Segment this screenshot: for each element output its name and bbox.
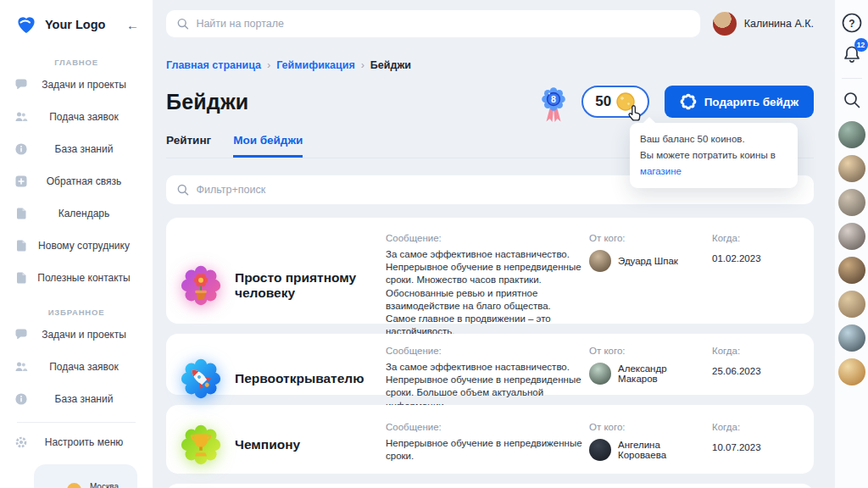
when-column: Когда: 25.06.2023 (712, 346, 800, 413)
sidebar-item-knowledge-fav[interactable]: База знаний (0, 383, 153, 415)
info-icon (14, 392, 28, 406)
sidebar-divider (17, 422, 136, 423)
message-column: Сообщение: Непрерывное обучение в непред… (386, 422, 582, 468)
logo-row: Your Logo ← (0, 0, 153, 44)
from-label: От кого: (589, 346, 705, 356)
section-title-main: ГЛАВНОЕ (0, 58, 153, 67)
sidebar-item-requests[interactable]: Подача заявок (0, 101, 153, 133)
chat-icon (14, 78, 28, 92)
message-column: Сообщение: За самое эффективное наставни… (386, 346, 582, 413)
coin-balance-pill[interactable]: 50 (581, 86, 649, 118)
page-header: Бейджи 8 50 Подарить бей (166, 83, 814, 120)
search-icon (176, 17, 189, 30)
logo-text: Your Logo (45, 18, 125, 31)
shop-link[interactable]: магазине (640, 166, 682, 176)
avatar (589, 363, 611, 385)
sidebar-item-label: Задачи и проекты (26, 79, 126, 91)
chat-icon (14, 328, 28, 341)
collapse-sidebar-icon[interactable]: ← (125, 18, 141, 32)
badge-message: За самое эффективное наставничество. Неп… (386, 248, 582, 338)
sun-cloud-icon (53, 483, 81, 488)
avatar[interactable] (838, 358, 865, 385)
tab-rating[interactable]: Рейтинг (166, 134, 211, 158)
badge-seal-icon (680, 93, 697, 110)
avatar (589, 439, 611, 461)
users-icon (14, 110, 28, 124)
document-icon (14, 239, 28, 252)
avatar[interactable] (838, 121, 865, 148)
tooltip-line2: Вы можете потратить коины в магазине (640, 147, 787, 180)
avatar (589, 250, 611, 272)
badge-card[interactable]: Просто приятному человеку Сообщение: За … (166, 218, 814, 324)
chevron-right-icon: › (267, 59, 270, 71)
section-title-favorites: ИЗБРАННОЕ (0, 308, 153, 317)
page-title: Бейджи (166, 90, 248, 114)
badge-card[interactable]: Первооткрывателю Сообщение: За самое эфф… (166, 334, 814, 395)
from-label: От кого: (589, 233, 705, 243)
document-icon (14, 271, 28, 285)
badge-name: Первооткрывателю (231, 371, 379, 386)
portal-search[interactable] (166, 10, 700, 37)
tab-my-badges[interactable]: Мои бейджи (233, 134, 303, 158)
sidebar-item-label: Подача заявок (34, 111, 119, 123)
heart-logo-icon (15, 14, 37, 36)
topbar: Калинина А.К. (166, 10, 814, 37)
user-menu[interactable]: Калинина А.К. (713, 12, 814, 36)
weather-widget: Москва +2°C (34, 464, 137, 488)
left-sidebar: Your Logo ← ГЛАВНОЕ Задачи и проекты Под… (0, 0, 153, 488)
badge-name: Чемпиону (231, 437, 379, 452)
sidebar-item-label: Настроить меню (30, 436, 124, 448)
sidebar-item-newcomer[interactable]: Новому сотруднику (0, 230, 153, 262)
badge-card[interactable] (166, 484, 814, 488)
sidebar-item-knowledge[interactable]: База знаний (0, 133, 153, 165)
sidebar-item-label: Задачи и проекты (26, 329, 126, 341)
message-label: Сообщение: (386, 346, 582, 356)
notifications-button[interactable]: 12 (841, 44, 863, 66)
user-avatar (713, 12, 737, 36)
users-icon (14, 360, 28, 374)
when-column: Когда: 10.07.2023 (712, 422, 800, 468)
avatar[interactable] (838, 223, 865, 250)
breadcrumb-gamification[interactable]: Геймификация (276, 59, 355, 71)
avatar[interactable] (838, 155, 865, 182)
avatar[interactable] (838, 324, 865, 352)
avatar[interactable] (838, 291, 865, 318)
gift-badge-button[interactable]: Подарить бейдж (665, 86, 814, 118)
right-rail: ? 12 (834, 0, 868, 488)
when-column: Когда: 01.02.2023 (712, 233, 800, 338)
search-icon[interactable] (841, 89, 863, 111)
badge-name: Просто приятному человеку (231, 270, 379, 301)
search-input[interactable] (196, 18, 690, 30)
coin-balance-tooltip: Ваш баланс 50 коинов. Вы можете потратит… (630, 123, 798, 188)
from-name: Эдуард Шпак (618, 256, 678, 266)
sidebar-item-tasks-fav[interactable]: Задачи и проекты (0, 319, 153, 351)
sidebar-item-tasks[interactable]: Задачи и проекты (0, 69, 153, 101)
sidebar-item-customize-menu[interactable]: Настроить меню (0, 426, 153, 458)
info-icon (14, 142, 28, 156)
search-icon (176, 183, 189, 197)
sidebar-item-calendar[interactable]: Календарь (0, 197, 153, 230)
gift-badge-label: Подарить бейдж (704, 96, 798, 108)
message-label: Сообщение: (386, 233, 582, 243)
sidebar-item-contacts[interactable]: Полезные контакты (0, 262, 153, 294)
sidebar-item-feedback[interactable]: Обратная связь (0, 165, 153, 197)
sidebar-item-label: Полезные контакты (22, 272, 130, 284)
message-column: Сообщение: За самое эффективное наставни… (386, 233, 582, 338)
badge-date: 01.02.2023 (712, 253, 800, 263)
from-name: Александр Макаров (618, 363, 705, 384)
sidebar-item-requests-fav[interactable]: Подача заявок (0, 351, 153, 383)
cursor-hand-icon (626, 105, 643, 124)
help-icon[interactable]: ? (841, 12, 863, 34)
avatar[interactable] (838, 257, 865, 284)
plus-square-icon (14, 175, 28, 188)
breadcrumb-current: Бейджи (370, 59, 411, 71)
badge-count-rosette: 8 (541, 86, 566, 124)
rail-divider (842, 78, 862, 79)
badge-card[interactable]: Чемпиону Сообщение: Непрерывное обучение… (166, 405, 814, 474)
breadcrumb-home[interactable]: Главная страница (166, 59, 261, 71)
sidebar-item-label: База знаний (40, 393, 114, 405)
badge-cards: Просто приятному человеку Сообщение: За … (166, 218, 814, 488)
avatar[interactable] (838, 189, 865, 216)
trophy-badge-icon (178, 422, 224, 468)
gear-icon (14, 435, 28, 449)
